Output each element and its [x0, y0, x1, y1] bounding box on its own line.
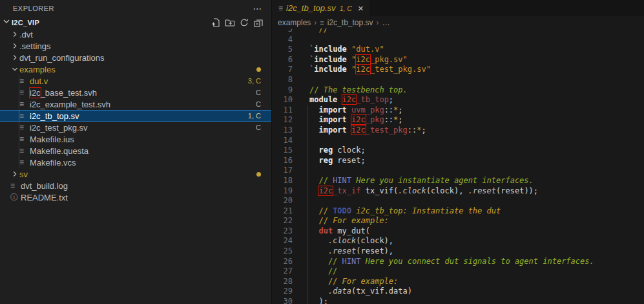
modified-dot-badge [256, 172, 261, 177]
tree-item-makefile-questa[interactable]: ≡Makefile.questa [0, 145, 271, 157]
line-number: 6 [272, 55, 293, 65]
line-number: 16 [272, 156, 293, 166]
code-line-23[interactable]: 23 dut my_dut( [272, 226, 644, 237]
tree-item-i2c-example-test-svh[interactable]: ≡i2c_example_test.svhC [0, 98, 271, 110]
code-line-22[interactable]: 22 // For example: [272, 216, 644, 226]
line-number: 17 [272, 166, 293, 176]
code-line-28[interactable]: 28 // For example: [272, 277, 644, 287]
line-content: import i2c_pkg::*; [309, 115, 403, 125]
line-number: 11 [272, 105, 293, 116]
modified-dot-badge [256, 67, 261, 72]
code-line-20[interactable]: 20 [272, 196, 644, 206]
line-content: .clock(clock), [309, 236, 393, 246]
code-line-5[interactable]: 5`include "dut.v" [272, 45, 644, 55]
line-content: import uvm_pkg::*; [309, 105, 403, 116]
breadcrumb-item[interactable]: examples [278, 18, 311, 27]
code-line-14[interactable]: 14 [272, 136, 644, 146]
line-content: // [309, 266, 337, 277]
code-lines: 3 //45`include "dut.v"6`include "i2c_pkg… [272, 28, 644, 304]
explorer-title: EXPLORER [13, 5, 54, 12]
tree-item-dvt-build-log[interactable]: ≡dvt_build.log [0, 180, 271, 191]
tree-item-i2c-test-pkg-sv[interactable]: ≡i2c_test_pkg.svC [0, 122, 271, 133]
error-boxed-text: i2c [342, 95, 357, 104]
code-line-12[interactable]: 12 import i2c_pkg::*; [272, 115, 644, 125]
line-number: 10 [272, 95, 293, 105]
tree-item-dut-v[interactable]: ≡dut.v3, C [0, 75, 271, 87]
code-line-17[interactable]: 17 [272, 166, 644, 176]
close-icon[interactable]: × [358, 3, 364, 13]
tab-bar: ≡ i2c_tb_top.sv 1, C × [272, 0, 644, 16]
line-content: `include "i2c_test_pkg.sv" [309, 65, 431, 75]
tree-item-settings[interactable]: .settings [0, 40, 271, 52]
line-number: 9 [272, 85, 293, 96]
tree-item-examples[interactable]: examples [0, 63, 271, 75]
code-line-10[interactable]: 10module i2c_tb_top; [272, 95, 644, 105]
file-icon: ≡ [320, 19, 324, 27]
tree-item-makefile-ius[interactable]: ≡Makefile.ius [0, 133, 271, 145]
problems-badge: C [256, 89, 261, 96]
tree-item-i2c-tb-top-sv[interactable]: ≡i2c_tb_top.sv1, C [0, 110, 271, 122]
tree-item-dvt[interactable]: .dvt [0, 28, 271, 40]
problems-badge: 3, C [248, 77, 261, 85]
line-number: 12 [272, 115, 293, 125]
code-line-7[interactable]: 7`include "i2c_test_pkg.sv" [272, 65, 644, 75]
code-line-29[interactable]: 29 .data(tx_vif.data) [272, 287, 644, 297]
line-number: 30 [272, 297, 293, 304]
line-number: 15 [272, 146, 293, 156]
line-number: 14 [272, 136, 293, 146]
code-line-27[interactable]: 27 // [272, 266, 644, 277]
line-content: reg clock; [309, 146, 366, 156]
code-line-11[interactable]: 11 import uvm_pkg::*; [272, 105, 644, 116]
code-line-8[interactable]: 8 [272, 75, 644, 85]
new-folder-icon[interactable] [224, 17, 235, 28]
breadcrumb-separator: › [314, 18, 317, 27]
code-line-18[interactable]: 18 // HINT Here you instantiate agent in… [272, 176, 644, 186]
line-content: .data(tx_vif.data) [309, 287, 412, 297]
tab-i2c_tb_top[interactable]: ≡ i2c_tb_top.sv 1, C × [272, 0, 369, 16]
file-icon: ≡ [10, 180, 21, 191]
line-number: 24 [272, 236, 293, 246]
tree-item-dvt-run-configurations[interactable]: dvt_run_configurations [0, 52, 271, 63]
code-line-9[interactable]: 9// The testbench top. [272, 85, 644, 96]
chevron-right-icon [10, 41, 19, 51]
tree-item-sv[interactable]: sv [0, 168, 271, 180]
code-line-24[interactable]: 24 .clock(clock), [272, 236, 644, 246]
code-line-30[interactable]: 30 ); [272, 297, 644, 304]
chevron-right-icon [10, 52, 19, 63]
code-line-13[interactable]: 13 import i2c_test_pkg::*; [272, 125, 644, 136]
breadcrumb-item[interactable]: i2c_tb_top.sv [327, 18, 373, 27]
editor-area: ≡ i2c_tb_top.sv 1, C × examples›≡i2c_tb_… [271, 0, 644, 304]
code-editor[interactable]: 3 //45`include "dut.v"6`include "i2c_pkg… [272, 28, 644, 304]
line-content: `include "i2c_pkg.sv" [309, 55, 408, 65]
refresh-icon[interactable] [238, 17, 249, 28]
error-boxed-text: i2c [356, 65, 370, 74]
code-line-15[interactable]: 15 reg clock; [272, 146, 644, 156]
more-actions-icon[interactable]: ⋯ [253, 3, 263, 14]
collapse-all-icon[interactable] [253, 17, 264, 28]
error-boxed-text: i2c [356, 55, 370, 64]
tree-item-i2c-base-test-svh[interactable]: ≡i2c_base_test.svhC [0, 87, 271, 98]
code-line-26[interactable]: 26 // HINT Here you connect dut signals … [272, 257, 644, 267]
tree-item-label: sv [19, 169, 28, 179]
code-line-3[interactable]: 3 // [272, 28, 644, 35]
line-number: 5 [272, 45, 293, 55]
project-root-row[interactable]: I2C_VIP [0, 17, 271, 28]
code-line-19[interactable]: 19 i2c_tx_if tx_vif(.clock(clock), .rese… [272, 186, 644, 197]
line-number: 22 [272, 216, 293, 226]
tree-item-makefile-vcs[interactable]: ≡Makefile.vcs [0, 157, 271, 168]
line-number: 13 [272, 125, 293, 136]
code-line-25[interactable]: 25 .reset(reset), [272, 246, 644, 257]
line-content: i2c_tx_if tx_vif(.clock(clock), .reset(r… [309, 186, 538, 197]
code-line-4[interactable]: 4 [272, 35, 644, 45]
breadcrumb-item[interactable]: … [382, 18, 390, 27]
line-content: // The testbench top. [309, 85, 408, 96]
tree-item-label: .settings [19, 41, 50, 51]
code-line-21[interactable]: 21 // TODO i2c_tb_top: Instantiate the d… [272, 206, 644, 217]
code-line-6[interactable]: 6`include "i2c_pkg.sv" [272, 55, 644, 65]
tree-item-label: Makefile.vcs [30, 158, 76, 168]
new-file-icon[interactable] [210, 17, 221, 28]
error-boxed-text: i2c [30, 88, 41, 98]
tree-item-label: Makefile.questa [30, 146, 88, 156]
code-line-16[interactable]: 16 reg reset; [272, 156, 644, 166]
tree-item-readme-txt[interactable]: ⓘREADME.txt [0, 191, 271, 203]
